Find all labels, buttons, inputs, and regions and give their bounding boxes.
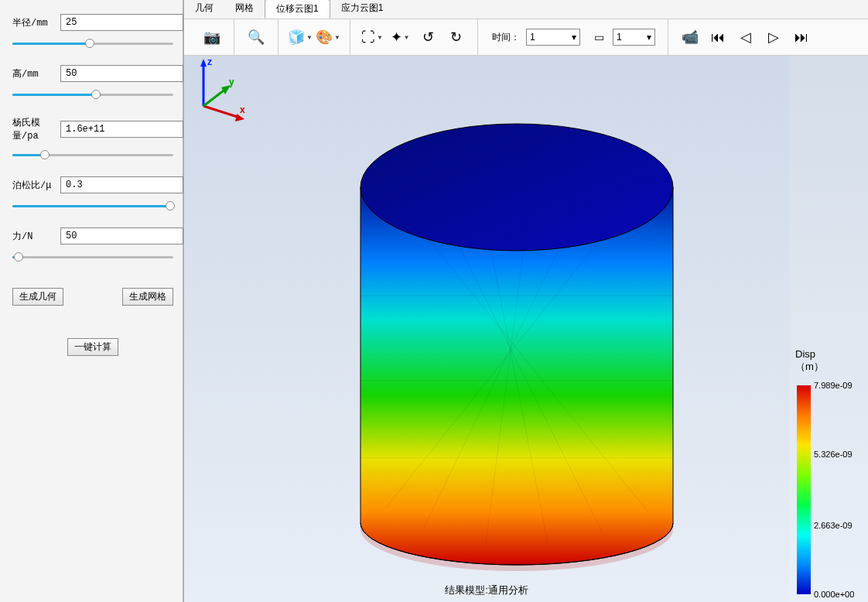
chevron-down-icon: ▼ <box>404 34 410 41</box>
colorbar-tick: 7.989e-09 <box>814 381 853 390</box>
param-label: 杨氏模量/pa <box>12 116 60 142</box>
camera-anim-icon[interactable]: 📹 <box>678 25 702 50</box>
tab-2[interactable]: 位移云图1 <box>265 0 330 19</box>
colorbar-gradient <box>797 385 811 594</box>
build-geometry-button[interactable]: 生成几何 <box>12 288 63 306</box>
build-mesh-button[interactable]: 生成网格 <box>122 288 173 306</box>
param-input-2[interactable] <box>60 121 183 138</box>
colorbar-title: Disp（m） <box>795 348 824 373</box>
svg-text:x: x <box>240 104 245 115</box>
param-slider-0[interactable] <box>12 36 173 51</box>
svg-text:y: y <box>229 77 234 87</box>
param-slider-2[interactable] <box>12 147 173 162</box>
svg-point-10 <box>361 124 673 251</box>
param-input-1[interactable] <box>60 65 183 82</box>
prev-frame-icon[interactable]: ◁ <box>733 25 758 50</box>
chevron-down-icon: ▼ <box>334 34 340 41</box>
colorbar-panel: Disp（m） 7.989e-095.326e-092.663e-090.000… <box>789 56 868 602</box>
zoom-icon[interactable]: 🔍 <box>244 25 268 50</box>
tab-0[interactable]: 几何 <box>184 0 224 19</box>
time-select-2[interactable]: 1 ▾ <box>613 29 655 46</box>
time-select-1[interactable]: 1 ▾ <box>526 29 580 46</box>
chevron-down-icon: ▾ <box>572 32 576 43</box>
next-frame-icon[interactable]: ⏭ <box>789 25 814 50</box>
parameter-panel: 半径/mm高/mm杨氏模量/pa泊松比/μ力/N 生成几何 生成网格 一键计算 <box>0 0 184 602</box>
param-label: 半径/mm <box>12 16 60 29</box>
param-slider-4[interactable] <box>12 249 173 265</box>
time-select-1-value: 1 <box>530 32 535 43</box>
param-label: 高/mm <box>12 67 60 80</box>
tab-1[interactable]: 网格 <box>224 0 265 19</box>
result-title: 结果模型:通用分析 <box>184 583 789 597</box>
rotate-cw-icon[interactable]: ↻ <box>443 25 468 50</box>
time-step-button[interactable]: ▭ <box>586 25 611 50</box>
view-tab-bar: 几何网格位移云图1应力云图1 <box>184 0 868 19</box>
chevron-down-icon: ▼ <box>306 34 313 41</box>
rotate-ccw-icon[interactable]: ↺ <box>415 25 440 50</box>
colorbar-tick: 0.000e+00 <box>814 590 854 599</box>
svg-text:z: z <box>207 56 212 67</box>
colormap-icon[interactable]: 🎨▼ <box>316 25 340 50</box>
axis-icon[interactable]: ✦▼ <box>388 25 412 50</box>
colorbar-tick: 5.326e-09 <box>814 450 853 459</box>
param-slider-3[interactable] <box>12 198 173 214</box>
time-select-2-value: 1 <box>617 32 622 43</box>
param-input-3[interactable] <box>60 176 183 193</box>
tab-3[interactable]: 应力云图1 <box>330 0 395 19</box>
fit-view-icon[interactable]: ⛶▼ <box>360 25 384 50</box>
time-label: 时间： <box>486 31 526 44</box>
chevron-down-icon: ▼ <box>377 34 383 41</box>
solve-button[interactable]: 一键计算 <box>67 338 118 356</box>
transparency-icon[interactable]: 🧊▼ <box>288 25 313 50</box>
screenshot-icon[interactable]: 📷 <box>200 25 224 50</box>
param-label: 泊松比/μ <box>12 179 60 192</box>
viewport-toolbar: 📷 🔍 🧊▼🎨▼ ⛶▼✦▼↺↻ 时间： 1 ▾ ▭ 1 ▾ 📹⏮◁▷⏭ <box>184 19 868 56</box>
play-icon[interactable]: ▷ <box>761 25 786 50</box>
param-slider-1[interactable] <box>12 87 173 102</box>
axis-triad: z y x <box>184 56 254 125</box>
param-input-4[interactable] <box>60 227 183 245</box>
param-label: 力/N <box>12 230 60 243</box>
first-frame-icon[interactable]: ⏮ <box>706 25 730 50</box>
3d-viewport[interactable]: z y x 结果模型:通用分析 <box>184 56 789 602</box>
svg-line-13 <box>203 106 240 118</box>
chevron-down-icon: ▾ <box>647 32 651 43</box>
param-input-0[interactable] <box>60 14 183 31</box>
colorbar-tick: 2.663e-09 <box>814 521 853 530</box>
svg-marker-12 <box>200 59 207 67</box>
